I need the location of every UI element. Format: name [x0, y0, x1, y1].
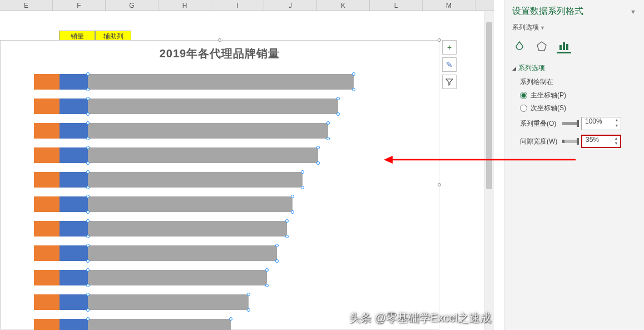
- bar-row-9[interactable]: [34, 270, 267, 285]
- bar-segment[interactable]: [60, 221, 88, 237]
- primary-axis-radio[interactable]: [520, 92, 527, 99]
- column-header-L[interactable]: L: [370, 0, 423, 11]
- cell-helper: 辅助列: [95, 31, 131, 41]
- series-options-section[interactable]: 系列选项: [512, 63, 636, 73]
- panel-title: 设置数据系列格式: [512, 6, 583, 17]
- bar-segment[interactable]: [88, 172, 303, 188]
- bar-segment[interactable]: [60, 147, 88, 163]
- column-headers: EFGHIJKLM: [0, 0, 494, 11]
- gap-width-label: 间隙宽度(W): [520, 137, 559, 146]
- overlap-label: 系列重叠(O): [520, 119, 559, 129]
- bar-segment[interactable]: [60, 172, 88, 188]
- column-header-G[interactable]: G: [106, 0, 158, 11]
- bar-segment[interactable]: [60, 98, 88, 114]
- bar-segment[interactable]: [34, 294, 60, 310]
- bar-segment[interactable]: [88, 196, 293, 212]
- bar-segment[interactable]: [88, 147, 318, 163]
- gap-down[interactable]: ▼: [613, 141, 620, 146]
- watermark: 头条 @零基础学Excel之速成: [349, 311, 491, 326]
- series-options-dropdown[interactable]: 系列选项: [512, 23, 539, 31]
- cell-sales: 销量: [59, 31, 95, 41]
- bar-segment[interactable]: [34, 270, 60, 285]
- bar-segment[interactable]: [88, 245, 277, 261]
- bar-segment[interactable]: [88, 74, 354, 90]
- chart-container[interactable]: 2019年各代理品牌销量: [0, 40, 439, 329]
- bar-segment[interactable]: [88, 270, 267, 285]
- column-header-E[interactable]: E: [0, 0, 53, 11]
- column-header-K[interactable]: K: [317, 0, 370, 11]
- chart-floating-tools: + ✎: [442, 40, 457, 92]
- vertical-scrollbar[interactable]: [484, 11, 494, 330]
- bar-row-6[interactable]: [34, 196, 293, 212]
- bar-segment[interactable]: [88, 98, 339, 114]
- column-header-M[interactable]: M: [423, 0, 475, 11]
- secondary-axis-radio[interactable]: [520, 105, 527, 112]
- bar-segment[interactable]: [60, 74, 88, 90]
- bar-segment[interactable]: [34, 74, 60, 90]
- bar-row-11[interactable]: [34, 319, 231, 330]
- bar-row-8[interactable]: [34, 245, 277, 261]
- column-header-F[interactable]: F: [53, 0, 106, 11]
- secondary-axis-label: 次坐标轴(S): [531, 104, 566, 113]
- bar-segment[interactable]: [34, 123, 60, 139]
- bar-row-4[interactable]: [34, 147, 318, 163]
- bar-row-5[interactable]: [34, 172, 303, 188]
- overlap-slider[interactable]: [562, 122, 578, 125]
- bar-row-3[interactable]: [34, 123, 328, 139]
- chart-filter-button[interactable]: [442, 75, 457, 89]
- gap-width-input[interactable]: 35% ▲▼: [581, 135, 621, 148]
- bar-row-10[interactable]: [34, 294, 249, 310]
- fill-line-icon[interactable]: [512, 39, 527, 53]
- panel-collapse-icon[interactable]: ▼: [630, 8, 636, 15]
- bar-segment[interactable]: [34, 147, 60, 163]
- chart-plot-area[interactable]: [34, 74, 366, 318]
- effects-icon[interactable]: [534, 39, 549, 53]
- bar-segment[interactable]: [34, 196, 60, 212]
- svg-rect-3: [566, 44, 568, 50]
- bar-segment[interactable]: [88, 123, 328, 139]
- gap-up[interactable]: ▲: [613, 136, 620, 141]
- primary-axis-label: 主坐标轴(P): [531, 91, 566, 100]
- bar-segment[interactable]: [60, 245, 88, 261]
- gap-width-slider[interactable]: [562, 140, 578, 143]
- chart-title[interactable]: 2019年各代理品牌销量: [1, 46, 439, 61]
- header-cells: 销量 辅助列: [59, 31, 131, 41]
- bar-segment[interactable]: [88, 294, 249, 310]
- bar-segment[interactable]: [34, 245, 60, 261]
- bar-segment[interactable]: [34, 319, 60, 330]
- bar-segment[interactable]: [88, 221, 288, 237]
- bar-segment[interactable]: [60, 319, 88, 330]
- overlap-input[interactable]: 100% ▲▼: [581, 117, 621, 130]
- format-series-panel: 设置数据系列格式 ▼ 系列选项▼ 系列选项 系列绘制在 主坐标轴(P) 次坐标轴…: [504, 0, 644, 330]
- chart-styles-button[interactable]: ✎: [442, 57, 457, 72]
- column-header-H[interactable]: H: [158, 0, 211, 11]
- bar-segment[interactable]: [60, 123, 88, 139]
- bar-segment[interactable]: [60, 294, 88, 310]
- svg-rect-1: [559, 45, 562, 50]
- bar-row-1[interactable]: [34, 74, 354, 90]
- series-options-icon[interactable]: [557, 39, 571, 53]
- bar-segment[interactable]: [88, 319, 231, 330]
- bar-segment[interactable]: [34, 172, 60, 188]
- overlap-up[interactable]: ▲: [613, 118, 620, 124]
- bar-row-2[interactable]: [34, 98, 338, 114]
- svg-marker-0: [537, 42, 546, 51]
- bar-row-7[interactable]: [34, 221, 287, 237]
- column-header-I[interactable]: I: [211, 0, 264, 11]
- bar-segment[interactable]: [34, 98, 60, 114]
- bar-segment[interactable]: [34, 221, 60, 237]
- overlap-down[interactable]: ▼: [613, 124, 620, 129]
- bar-segment[interactable]: [60, 270, 88, 285]
- column-header-J[interactable]: J: [264, 0, 317, 11]
- chart-add-element-button[interactable]: +: [442, 40, 457, 55]
- bar-segment[interactable]: [60, 196, 88, 212]
- svg-rect-2: [563, 42, 565, 50]
- plot-on-label: 系列绘制在: [512, 77, 636, 87]
